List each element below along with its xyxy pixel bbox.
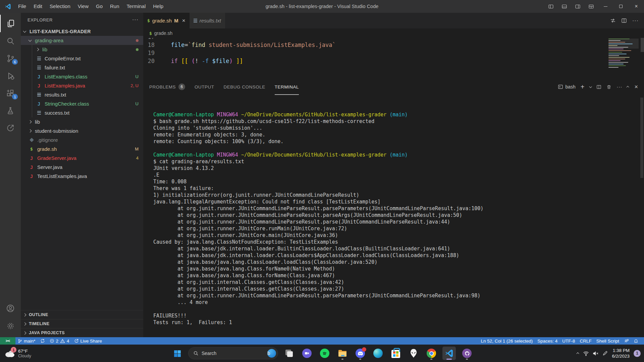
- terminal-scrollbar[interactable]: [640, 98, 643, 178]
- terminal-dropdown-icon[interactable]: [589, 85, 592, 88]
- menu-view[interactable]: View: [74, 0, 92, 13]
- tab-output[interactable]: OUTPUT: [195, 79, 214, 95]
- tab-results-txt[interactable]: results.txt: [190, 13, 225, 28]
- branch-indicator[interactable]: main*: [15, 337, 38, 345]
- tray-expand-icon[interactable]: [577, 352, 579, 355]
- live-share-icon[interactable]: [0, 119, 21, 137]
- split-editor-icon[interactable]: [621, 18, 627, 23]
- file-row-grade-sh[interactable]: $grade.shM: [21, 144, 143, 154]
- eol-selector[interactable]: CRLF: [577, 337, 594, 345]
- toggle-panel-icon[interactable]: [557, 0, 571, 13]
- file-row-lib[interactable]: lib: [21, 45, 143, 54]
- tab-grade-sh[interactable]: $ grade.sh M ×: [143, 13, 190, 28]
- file-row-success-txt[interactable]: success.txt: [21, 108, 143, 117]
- menu-help[interactable]: Help: [149, 0, 167, 13]
- tab-terminal[interactable]: TERMINAL: [275, 79, 299, 95]
- run-debug-icon[interactable]: [0, 67, 21, 84]
- feedback-icon[interactable]: [622, 337, 631, 345]
- menu-edit[interactable]: Edit: [30, 0, 46, 13]
- breadcrumb[interactable]: $ grade.sh: [143, 28, 644, 38]
- menu-terminal[interactable]: Terminal: [123, 0, 150, 13]
- notifications-bell-icon[interactable]: [631, 337, 641, 345]
- video-call-app-icon[interactable]: [300, 347, 314, 360]
- explorer-icon[interactable]: [0, 15, 21, 32]
- tab-debug-console[interactable]: DEBUG CONSOLE: [224, 79, 265, 95]
- clock[interactable]: 1:38 PM 6/2/2023: [612, 348, 630, 359]
- sync-button[interactable]: [38, 337, 47, 345]
- file-row-grading-area[interactable]: grading-area: [21, 36, 143, 45]
- file-row-server-java[interactable]: JServer.java: [21, 163, 143, 172]
- weather-widget[interactable]: 1 67°F Cloudy: [4, 349, 31, 358]
- edge-icon[interactable]: [371, 347, 385, 360]
- file-row-failure-txt[interactable]: failure.txt: [21, 63, 143, 72]
- volume-mute-icon[interactable]: [593, 351, 599, 356]
- file-explorer-icon[interactable]: [336, 347, 349, 360]
- remote-indicator[interactable]: ><: [0, 337, 15, 345]
- microsoft-store-icon[interactable]: [389, 347, 402, 360]
- search-icon[interactable]: [0, 32, 21, 50]
- file-row-listexamples-class[interactable]: JListExamples.classU: [21, 72, 143, 81]
- discord-icon[interactable]: [354, 347, 367, 360]
- editor-more-actions-icon[interactable]: ···: [632, 18, 639, 24]
- vscode-taskbar-icon[interactable]: [442, 347, 456, 360]
- section-outline[interactable]: OUTLINE: [21, 310, 143, 319]
- wifi-icon[interactable]: [583, 351, 589, 356]
- panel-more-actions-icon[interactable]: ···: [616, 84, 622, 89]
- code-editor[interactable]: 1718 file=`find student-submission/ListE…: [143, 38, 644, 79]
- toggle-sidebar-icon[interactable]: [544, 0, 557, 13]
- file-row-stringchecker-class[interactable]: JStringChecker.classU: [21, 99, 143, 108]
- close-button[interactable]: ×: [629, 0, 644, 13]
- maximize-panel-icon[interactable]: [627, 86, 629, 88]
- spotify-icon[interactable]: [318, 347, 331, 360]
- minimize-button[interactable]: [598, 0, 613, 13]
- menu-file[interactable]: File: [14, 0, 30, 13]
- live-share-button[interactable]: Live Share: [72, 337, 105, 345]
- close-panel-icon[interactable]: ×: [634, 83, 638, 90]
- bing-icon[interactable]: b: [267, 349, 276, 358]
- extensions-icon[interactable]: 1: [0, 84, 21, 102]
- problems-indicator[interactable]: 2 4: [47, 337, 72, 345]
- file-row-testlistexamples-java[interactable]: JTestListExamples.java: [21, 172, 143, 181]
- new-terminal-icon[interactable]: +: [581, 84, 585, 89]
- breadcrumb-item[interactable]: grade.sh: [154, 31, 172, 36]
- file-row-lib[interactable]: lib: [21, 117, 143, 126]
- pen-icon[interactable]: [602, 351, 608, 356]
- menu-go[interactable]: Go: [92, 0, 106, 13]
- source-control-icon[interactable]: 6: [0, 50, 21, 67]
- customize-layout-icon[interactable]: [584, 0, 598, 13]
- compare-changes-icon[interactable]: [610, 18, 616, 23]
- tab-problems[interactable]: PROBLEMS 6: [149, 79, 185, 95]
- minimap[interactable]: [608, 39, 639, 76]
- kill-terminal-icon[interactable]: [606, 84, 611, 89]
- split-terminal-icon[interactable]: [596, 84, 601, 89]
- file-row-gradeserver-java[interactable]: JGradeServer.java4: [21, 154, 143, 163]
- menu-run[interactable]: Run: [106, 0, 123, 13]
- alienware-icon[interactable]: [407, 347, 420, 360]
- accounts-icon[interactable]: [0, 300, 21, 317]
- task-view-button[interactable]: [282, 347, 296, 360]
- language-mode[interactable]: Shell Script: [594, 337, 622, 345]
- encoding[interactable]: UTF-8: [560, 337, 577, 345]
- terminal-output[interactable]: Camer@Cameron-Laptop MINGW64 ~/OneDrive/…: [143, 95, 644, 337]
- section-timeline[interactable]: TIMELINE: [21, 319, 143, 328]
- testing-icon[interactable]: [0, 102, 21, 119]
- explorer-more-actions-icon[interactable]: ···: [132, 17, 139, 23]
- maximize-button[interactable]: [613, 0, 629, 13]
- file-row-student-submission[interactable]: student-submission: [21, 126, 143, 135]
- file-row-results-txt[interactable]: results.txt: [21, 90, 143, 99]
- editor-scrollbar[interactable]: [641, 38, 644, 52]
- cursor-position[interactable]: Ln 52, Col 1 (26 selected): [479, 337, 535, 345]
- tab-close-icon[interactable]: ×: [182, 17, 185, 24]
- file-row-compileerror-txt[interactable]: CompileError.txt: [21, 54, 143, 63]
- chrome-icon[interactable]: [425, 347, 438, 360]
- file-row--gitignore[interactable]: .gitignore: [21, 135, 143, 144]
- file-tree-root[interactable]: LIST-EXAMPLES-GRADER: [21, 27, 143, 36]
- github-desktop-icon[interactable]: [460, 347, 474, 360]
- start-button[interactable]: [170, 347, 184, 360]
- settings-gear-icon[interactable]: [0, 317, 21, 335]
- indentation[interactable]: Spaces: 4: [535, 337, 560, 345]
- file-row-listexamples-java[interactable]: JListExamples.java2, U: [21, 81, 143, 90]
- taskbar-search[interactable]: Search b: [188, 347, 278, 359]
- toggle-secondary-sidebar-icon[interactable]: [571, 0, 584, 13]
- shell-selector[interactable]: bash: [558, 84, 575, 89]
